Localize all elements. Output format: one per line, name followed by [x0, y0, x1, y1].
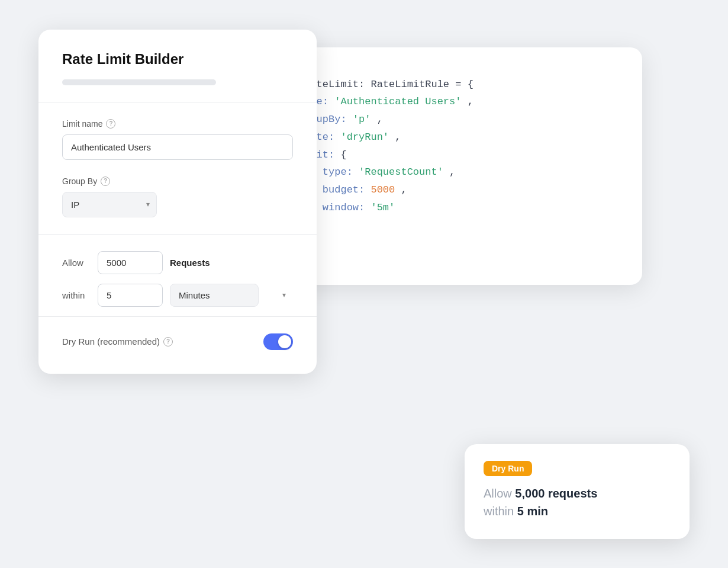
within-row: within Minutes Hours Seconds ▾ — [62, 284, 293, 307]
code-line-7: budget: 5000 , — [268, 181, 614, 199]
toggle-knob — [278, 335, 291, 348]
allow-label: Allow — [62, 258, 91, 268]
limit-name-input[interactable] — [62, 134, 293, 160]
time-unit-chevron-icon: ▾ — [282, 291, 286, 299]
requests-label: Requests — [170, 258, 210, 268]
dry-run-toggle[interactable] — [263, 333, 293, 350]
summary-time-bold: 5 min — [517, 505, 548, 518]
progress-bar — [62, 79, 216, 85]
page-title: Rate Limit Builder — [62, 51, 293, 68]
divider-3 — [38, 316, 317, 317]
summary-card: Dry Run Allow 5,000 requests within 5 mi… — [465, 444, 690, 539]
time-unit-wrapper: Minutes Hours Seconds ▾ — [170, 284, 293, 307]
code-line-1: const rateLimit: RateLimitRule = { — [268, 76, 614, 94]
dry-run-badge: Dry Run — [484, 461, 532, 476]
allow-input[interactable] — [98, 251, 163, 274]
code-line-4: state: 'dryRun' , — [268, 129, 614, 146]
code-block: const rateLimit: RateLimitRule = { name:… — [268, 76, 614, 252]
builder-card: Rate Limit Builder Limit name ? Group By… — [38, 30, 317, 374]
limit-name-label: Limit name ? — [62, 119, 293, 129]
code-line-3: groupBy: 'p' , — [268, 111, 614, 129]
group-by-help-icon[interactable]: ? — [101, 177, 110, 186]
limit-name-help-icon[interactable]: ? — [106, 119, 115, 129]
within-input[interactable] — [98, 284, 163, 307]
code-line-5: limit: { — [268, 146, 614, 164]
dry-run-row: Dry Run (recommended) ? — [62, 333, 293, 350]
code-line-8: window: '5m' — [268, 199, 614, 217]
divider-1 — [38, 102, 317, 102]
summary-text: Allow 5,000 requests within 5 min — [484, 484, 671, 520]
allow-row: Allow Requests — [62, 251, 293, 274]
divider-2 — [38, 234, 317, 235]
code-line-9: }, — [268, 217, 614, 235]
group-by-label: Group By ? — [62, 177, 293, 186]
code-line-2: name: 'Authenticated Users' , — [268, 93, 614, 111]
group-by-select[interactable]: IP User API Key Global — [62, 192, 157, 217]
dry-run-label: Dry Run (recommended) ? — [62, 336, 173, 346]
within-label: within — [62, 290, 91, 300]
code-line-6: type: 'RequestCount' , — [268, 163, 614, 181]
dry-run-help-icon[interactable]: ? — [163, 337, 173, 346]
time-unit-select[interactable]: Minutes Hours Seconds — [170, 284, 259, 307]
code-line-10: } — [268, 234, 614, 252]
summary-requests-bold: 5,000 requests — [515, 487, 597, 500]
group-by-wrapper: IP User API Key Global ▾ — [62, 192, 157, 217]
